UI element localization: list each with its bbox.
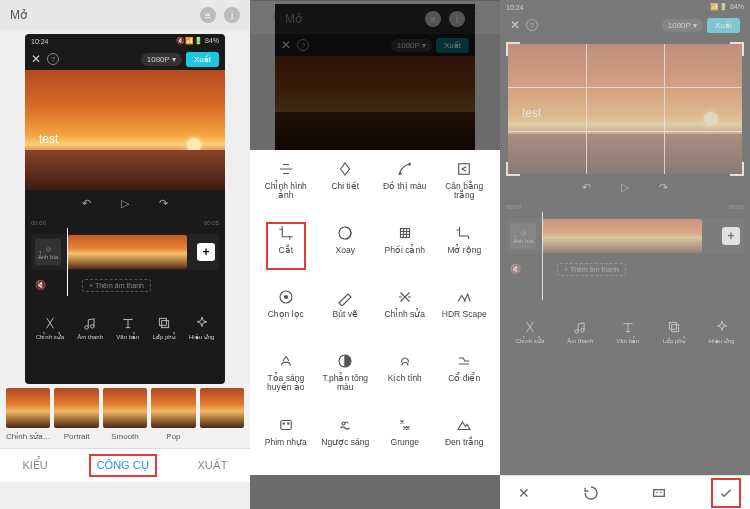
tool-cân-bằng-trắng[interactable]: Cân bằng trắng: [435, 160, 495, 222]
add-clip-button[interactable]: +: [197, 243, 215, 261]
help-icon[interactable]: ?: [526, 19, 538, 31]
crop-preview[interactable]: test: [508, 44, 742, 174]
redo-icon[interactable]: ↷: [659, 181, 668, 194]
status-time: 10:24: [31, 38, 49, 45]
confirm-icon[interactable]: [714, 481, 738, 505]
tool-edit[interactable]: Chỉnh sửa: [36, 316, 64, 340]
playhead[interactable]: [67, 228, 68, 296]
timeline[interactable]: 00:0000:05 ◎Ảnh bìa + 🔇 + Thêm âm thanh: [500, 200, 750, 310]
tool-phim-nhựa[interactable]: Phim nhựa: [256, 416, 316, 478]
cancel-icon[interactable]: ✕: [512, 481, 536, 505]
tool-grunge[interactable]: Grunge: [375, 416, 435, 478]
filter-thumb[interactable]: [200, 388, 244, 428]
svg-rect-10: [281, 421, 292, 430]
mute-icon[interactable]: 🔇: [35, 280, 46, 290]
add-clip-button[interactable]: +: [722, 227, 740, 245]
svg-rect-0: [160, 318, 167, 325]
tool-đen-trắng[interactable]: Đen trắng: [435, 416, 495, 478]
tool-mở-rộng[interactable]: Mở rộng: [435, 224, 495, 286]
tool-chỉnh-sửa[interactable]: Chỉnh sửa: [375, 288, 435, 350]
playback-controls: ↶ ▷ ↷: [25, 190, 225, 216]
aspect-icon[interactable]: [647, 481, 671, 505]
svg-point-8: [284, 296, 287, 299]
filter-thumb[interactable]: [54, 388, 98, 428]
info-icon[interactable]: i: [224, 7, 240, 23]
export-button[interactable]: Xuất: [186, 52, 219, 67]
tool-edit[interactable]: Chỉnh sửa: [516, 320, 544, 344]
crop-bottom-bar: ✕: [500, 475, 750, 509]
svg-rect-4: [459, 164, 470, 175]
filter-thumbs: [0, 384, 250, 432]
tool-row: Chỉnh sửa Âm thanh Văn bản Lớp phủ Hiệu …: [25, 306, 225, 350]
tab-congcu[interactable]: CÔNG CỤ: [93, 458, 153, 473]
tool-effects[interactable]: Hiệu ứng: [189, 316, 214, 340]
tool-audio[interactable]: Âm thanh: [567, 321, 593, 344]
svg-rect-14: [672, 325, 679, 332]
tool-chỉnh-hình-ảnh[interactable]: Chỉnh hình ảnh: [256, 160, 316, 222]
help-icon[interactable]: ?: [47, 53, 59, 65]
tool-t.phản-tông-màu[interactable]: T.phản tông màu: [316, 352, 376, 414]
tool-chi-tiết[interactable]: Chi tiết: [316, 160, 376, 222]
play-icon[interactable]: ▷: [121, 197, 129, 210]
tab-kieu[interactable]: KIỂU: [22, 459, 47, 472]
filter-thumb[interactable]: [151, 388, 195, 428]
cover-thumb[interactable]: ◎Ảnh bìa: [35, 239, 61, 265]
video-clip[interactable]: [542, 219, 702, 253]
crop-grid[interactable]: [508, 44, 742, 174]
tool-text[interactable]: Văn bản: [116, 316, 139, 340]
tool-cắt[interactable]: Cắt: [256, 224, 316, 286]
tool-cổ-điển[interactable]: Cổ điển: [435, 352, 495, 414]
tool-effects[interactable]: Hiệu ứng: [709, 320, 734, 344]
crop-screen: 10:24 📶🔋84% ✕ ? 1080P ▾ Xuất test: [500, 0, 750, 475]
video-clip[interactable]: [67, 235, 187, 269]
svg-rect-6: [400, 229, 409, 238]
bottom-tabs: KIỂU CÔNG CỤ XUẤT: [0, 448, 250, 482]
tool-text[interactable]: Văn bản: [616, 320, 639, 344]
editor-screen: 10:24 🔇📶🔋84% ✕ ? 1080P ▾ Xuất test ↶ ▷: [25, 34, 225, 384]
layers-icon[interactable]: ≡: [200, 7, 216, 23]
cover-thumb[interactable]: ◎Ảnh bìa: [510, 223, 536, 249]
tool-tỏa-sáng-huyền-ảo[interactable]: Tỏa sáng huyền ảo: [256, 352, 316, 414]
close-icon[interactable]: ✕: [510, 18, 520, 32]
redo-icon[interactable]: ↷: [159, 197, 168, 210]
tool-xoay[interactable]: Xoay: [316, 224, 376, 286]
svg-rect-13: [670, 322, 677, 329]
undo-icon[interactable]: ↶: [82, 197, 91, 210]
filter-thumb[interactable]: [103, 388, 147, 428]
tool-audio[interactable]: Âm thanh: [77, 317, 103, 340]
svg-point-3: [409, 164, 411, 166]
tool-chọn-lọc[interactable]: Chọn lọc: [256, 288, 316, 350]
svg-rect-15: [653, 489, 664, 496]
tool-đồ-thị-màu[interactable]: Đồ thị màu: [375, 160, 435, 222]
close-icon[interactable]: ✕: [31, 52, 41, 66]
rotate-icon[interactable]: [579, 481, 603, 505]
add-audio-button[interactable]: + Thêm âm thanh: [82, 279, 151, 292]
editor-header: ✕ ? 1080P ▾ Xuất: [25, 48, 225, 70]
tool-overlay[interactable]: Lớp phủ: [153, 316, 176, 340]
tools-sheet: Chỉnh hình ảnhChi tiếtĐồ thị màuCân bằng…: [250, 150, 500, 475]
play-icon[interactable]: ▷: [621, 181, 629, 194]
tool-bút-vẽ[interactable]: Bút vẽ: [316, 288, 376, 350]
tool-overlay[interactable]: Lớp phủ: [663, 320, 686, 344]
timeline[interactable]: 00:0000:05 ◎Ảnh bìa + 🔇 + Thêm âm thanh: [25, 216, 225, 306]
svg-rect-1: [162, 321, 169, 328]
app-topbar: Mở ≡ i: [0, 0, 250, 30]
app-title: Mở: [10, 8, 27, 22]
mute-icon[interactable]: 🔇: [510, 264, 521, 274]
tool-kịch-tính[interactable]: Kịch tính: [375, 352, 435, 414]
export-button[interactable]: Xuất: [707, 18, 740, 33]
tab-xuat[interactable]: XUẤT: [198, 459, 228, 472]
svg-point-2: [400, 173, 402, 175]
filter-labels: Chỉnh sửa… Portrait Smooth Pop: [0, 432, 250, 448]
video-preview[interactable]: test: [25, 70, 225, 190]
add-audio-button[interactable]: + Thêm âm thanh: [557, 263, 626, 276]
resolution-badge[interactable]: 1080P ▾: [141, 53, 182, 66]
filter-thumb[interactable]: [6, 388, 50, 428]
resolution-badge[interactable]: 1080P ▾: [662, 19, 703, 32]
status-bar: 10:24 🔇📶🔋84%: [25, 34, 225, 48]
undo-icon[interactable]: ↶: [582, 181, 591, 194]
tool-hdr-scape[interactable]: HDR Scape: [435, 288, 495, 350]
tool-phối-cảnh[interactable]: Phối cảnh: [375, 224, 435, 286]
tool-ngược-sáng[interactable]: Ngược sáng: [316, 416, 376, 478]
svg-point-12: [287, 423, 289, 425]
